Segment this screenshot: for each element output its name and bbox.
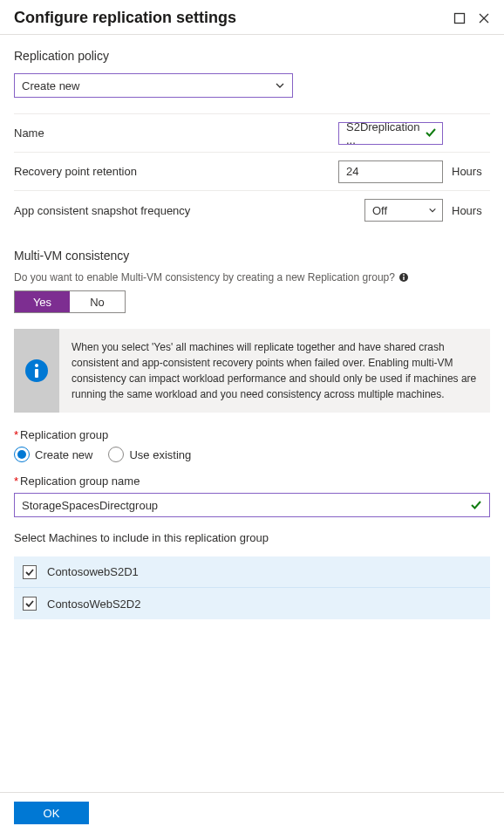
retention-unit: Hours <box>452 165 490 178</box>
restore-icon[interactable] <box>453 12 466 24</box>
svg-rect-4 <box>403 277 404 280</box>
repgroup-name-value: StorageSpacesDirectgroup <box>22 499 158 512</box>
machine-name: ContosoWebS2D2 <box>47 597 140 611</box>
list-item[interactable]: ContosowebS2D1 <box>14 556 490 588</box>
info-box-text: When you select 'Yes' all machines will … <box>59 329 490 413</box>
repgroup-name-input[interactable]: StorageSpacesDirectgroup <box>14 493 490 517</box>
retention-input[interactable]: 24 <box>338 160 443 183</box>
radio-icon-selected <box>14 447 30 462</box>
name-label: Name <box>14 126 44 140</box>
svg-point-7 <box>35 364 38 367</box>
snapshot-dropdown[interactable]: Off <box>364 199 443 222</box>
snapshot-label: App consistent snapshot frequency <box>14 204 190 217</box>
replication-policy-heading: Replication policy <box>14 49 490 63</box>
multivm-question-row: Do you want to enable Multi-VM consisten… <box>14 271 490 283</box>
required-star: * <box>14 475 18 488</box>
radio-icon <box>108 447 124 462</box>
radio-create-new[interactable]: Create new <box>14 447 92 462</box>
machine-name: ContosowebS2D1 <box>47 565 139 578</box>
list-item[interactable]: ContosoWebS2D2 <box>14 588 490 619</box>
info-box: When you select 'Yes' all machines will … <box>14 329 490 413</box>
checkbox-icon[interactable] <box>23 565 37 579</box>
svg-rect-0 <box>455 13 465 23</box>
radio-existing-label: Use existing <box>129 448 191 461</box>
retention-label: Recovery point retention <box>14 165 137 178</box>
snapshot-value: Off <box>372 204 387 217</box>
policy-dropdown-value: Create new <box>22 79 79 92</box>
retention-value: 24 <box>346 165 358 178</box>
radio-use-existing[interactable]: Use existing <box>108 447 191 462</box>
svg-point-5 <box>403 274 405 276</box>
chevron-down-icon <box>428 204 437 217</box>
multivm-heading: Multi-VM consistency <box>14 249 490 263</box>
checkbox-icon[interactable] <box>23 597 37 611</box>
multivm-question: Do you want to enable Multi-VM consisten… <box>14 271 395 283</box>
policy-dropdown[interactable]: Create new <box>14 73 293 98</box>
required-star: * <box>14 428 18 441</box>
toggle-yes[interactable]: Yes <box>15 291 70 312</box>
svg-rect-8 <box>35 369 38 378</box>
info-icon[interactable] <box>398 272 409 283</box>
chevron-down-icon <box>275 80 285 91</box>
checkmark-icon <box>425 126 437 141</box>
multivm-toggle: Yes No <box>14 290 126 313</box>
close-icon[interactable] <box>478 12 490 24</box>
machines-list: ContosowebS2D1 ContosoWebS2D2 <box>14 556 490 619</box>
name-value: S2Dreplication ... <box>346 120 421 147</box>
page-title: Configure replication settings <box>14 9 236 27</box>
radio-create-label: Create new <box>35 448 92 461</box>
repgroup-label: *Replication group <box>14 428 490 441</box>
info-box-icon-area <box>14 329 59 413</box>
checkmark-icon <box>470 499 482 514</box>
toggle-no[interactable]: No <box>70 291 125 312</box>
snapshot-unit: Hours <box>452 204 490 217</box>
ok-button[interactable]: OK <box>14 802 89 824</box>
repgroup-name-label: *Replication group name <box>14 475 490 488</box>
machines-heading: Select Machines to include in this repli… <box>14 531 490 544</box>
name-input[interactable]: S2Dreplication ... <box>338 122 443 145</box>
